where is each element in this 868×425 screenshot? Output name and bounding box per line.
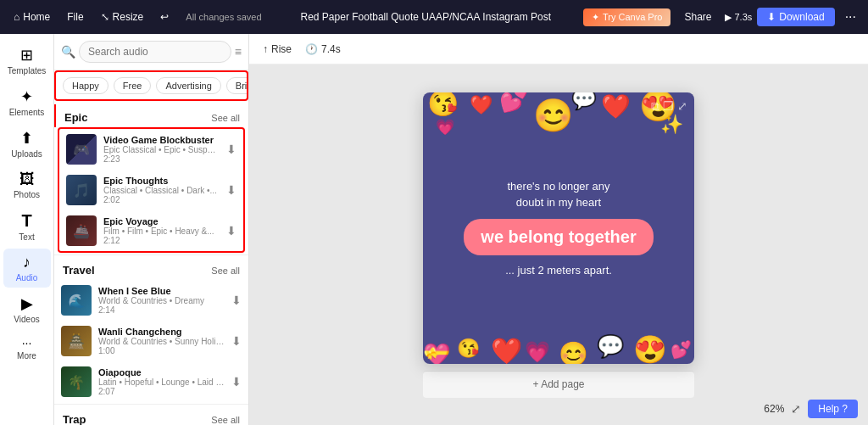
track-name-epic1: Video Game Blockbuster bbox=[103, 135, 220, 145]
sidebar-item-photos[interactable]: 🖼 Photos bbox=[3, 165, 51, 204]
text-icon: T bbox=[21, 211, 31, 231]
trap-section-title: Trap bbox=[63, 413, 86, 425]
download-icon: ⬇ bbox=[767, 11, 776, 23]
track-name-travel3: Oiapoque bbox=[98, 367, 225, 377]
canvas-frame[interactable]: 😘 ❤️ 💕 😊 💬 ❤️ 😍 💗 ✨ 💝 😘 ❤️ bbox=[423, 92, 694, 364]
topbar-right: ✦ Try Canva Pro Share ▶ 7.3s ⬇ Download … bbox=[583, 6, 861, 28]
elements-icon: ✦ bbox=[20, 87, 33, 106]
track-item-epic3[interactable]: 🚢 Epic Voyage Film • Film • Epic • Heavy… bbox=[59, 210, 243, 251]
sidebar-item-videos[interactable]: ▶ Videos bbox=[3, 289, 51, 329]
canvas-content: there's no longer anydoubt in my heart w… bbox=[423, 92, 694, 364]
canvas-pill[interactable]: we belong together bbox=[464, 219, 653, 255]
canvas-text-above: there's no longer anydoubt in my heart bbox=[507, 179, 609, 210]
canvas-pill-text: we belong together bbox=[481, 227, 636, 247]
track-item-epic1[interactable]: 🎮 Video Game Blockbuster Epic Classical … bbox=[59, 129, 243, 170]
track-duration-epic2: 2:02 bbox=[103, 195, 220, 204]
undo-icon: ↩ bbox=[160, 11, 169, 23]
search-input[interactable] bbox=[79, 41, 231, 63]
rise-icon: ↑ bbox=[263, 43, 268, 55]
topbar: ⌂ Home File ⤡ Resize ↩ All changes saved… bbox=[0, 0, 868, 34]
more-icon: ··· bbox=[22, 336, 32, 350]
sidebar-item-more[interactable]: ··· More bbox=[3, 331, 51, 366]
track-add-epic3[interactable]: ⬇ bbox=[226, 224, 236, 238]
try-canva-button[interactable]: ✦ Try Canva Pro bbox=[583, 8, 671, 26]
filter-button[interactable]: ≡ bbox=[235, 45, 242, 59]
share-button[interactable]: Share bbox=[676, 8, 720, 26]
track-info-travel2: Wanli Changcheng World & Countries • Sun… bbox=[98, 327, 225, 355]
track-item-travel3[interactable]: 🌴 Oiapoque Latin • Hopeful • Lounge • La… bbox=[54, 361, 248, 402]
track-duration-epic3: 2:12 bbox=[103, 236, 220, 245]
trap-see-all[interactable]: See all bbox=[211, 415, 240, 425]
copy-icon[interactable]: ⧉ bbox=[651, 99, 659, 114]
help-button[interactable]: Help ? bbox=[808, 400, 858, 418]
canvas-toolbar: ↑ Rise 🕐 7.4s bbox=[249, 34, 868, 64]
track-add-travel2[interactable]: ⬇ bbox=[231, 334, 242, 348]
play-icon: ▶ bbox=[725, 12, 732, 23]
tag-free[interactable]: Free bbox=[114, 77, 152, 94]
canvas-area: ↑ Rise 🕐 7.4s 😘 ❤️ 💕 😊 💬 bbox=[249, 34, 868, 425]
track-add-travel3[interactable]: ⬇ bbox=[231, 375, 242, 389]
canvas-scroll-area[interactable]: 😘 ❤️ 💕 😊 💬 ❤️ 😍 💗 ✨ 💝 😘 ❤️ bbox=[249, 64, 868, 425]
templates-icon: ⊞ bbox=[20, 46, 33, 64]
document-title: Red Paper Football Quote UAAP/NCAA Insta… bbox=[301, 11, 551, 23]
sidebar-item-text[interactable]: T Text bbox=[3, 206, 51, 247]
track-duration-travel1: 2:14 bbox=[98, 305, 225, 315]
audio-icon: ♪ bbox=[23, 254, 31, 271]
track-item-epic2[interactable]: 🎵 Epic Thoughts Classical • Classical • … bbox=[59, 170, 243, 210]
track-tags-epic3: Film • Film • Epic • Heavy &... bbox=[103, 226, 220, 236]
tag-bright[interactable]: Bright bbox=[226, 77, 248, 94]
track-duration-epic1: 2:23 bbox=[103, 154, 220, 164]
play-time-badge: ▶ 7.3s bbox=[725, 12, 752, 23]
duplicate-icon[interactable]: ❐ bbox=[663, 99, 674, 114]
track-info-epic3: Epic Voyage Film • Film • Epic • Heavy &… bbox=[103, 216, 220, 245]
track-info-travel1: When I See Blue World & Countries • Drea… bbox=[98, 286, 225, 315]
search-bar: 🔍 ≡ bbox=[54, 34, 248, 70]
track-name-travel1: When I See Blue bbox=[98, 286, 225, 296]
epic-see-all[interactable]: See all bbox=[211, 113, 240, 123]
track-tags-travel2: World & Countries • Sunny Holida... bbox=[98, 337, 225, 346]
travel-section-title: Travel bbox=[63, 264, 95, 277]
expand-icon[interactable]: ⤢ bbox=[677, 99, 687, 114]
download-button[interactable]: ⬇ Download bbox=[757, 8, 834, 26]
track-thumbnail-epic2: 🎵 bbox=[66, 175, 97, 205]
track-add-epic1[interactable]: ⬇ bbox=[226, 143, 236, 156]
rise-animation-button[interactable]: ↑ Rise bbox=[263, 43, 292, 55]
tag-advertising[interactable]: Advertising bbox=[156, 77, 220, 94]
filter-tags-bar: Happy Free Advertising Bright › bbox=[54, 70, 248, 101]
track-tags-travel1: World & Countries • Dreamy bbox=[98, 296, 225, 305]
track-add-travel1[interactable]: ⬇ bbox=[231, 294, 242, 307]
track-tags-epic2: Classical • Classical • Dark •... bbox=[103, 186, 220, 195]
track-info-epic1: Video Game Blockbuster Epic Classical • … bbox=[103, 135, 220, 164]
track-item-travel2[interactable]: 🏯 Wanli Changcheng World & Countries • S… bbox=[54, 321, 248, 361]
resize-button[interactable]: ⤡ Resize bbox=[94, 8, 151, 26]
sidebar-item-templates[interactable]: ⊞ Templates bbox=[3, 41, 51, 81]
clock-icon: 🕐 bbox=[305, 43, 318, 55]
uploads-icon: ⬆ bbox=[20, 129, 33, 148]
undo-button[interactable]: ↩ bbox=[153, 8, 175, 26]
add-page-label: + Add page bbox=[532, 378, 584, 390]
add-page-bar[interactable]: + Add page bbox=[423, 371, 694, 398]
bottom-bar: 62% ⤢ Help ? bbox=[764, 400, 858, 418]
audio-panel: 🔍 ≡ Happy Free Advertising Bright › Epic… bbox=[54, 34, 249, 425]
sidebar-item-audio[interactable]: ♪ Audio bbox=[3, 249, 51, 288]
track-add-epic2[interactable]: ⬇ bbox=[226, 183, 236, 197]
sidebar-item-uploads[interactable]: ⬆ Uploads bbox=[3, 124, 51, 164]
videos-icon: ▶ bbox=[21, 294, 33, 313]
track-duration-travel3: 2:07 bbox=[98, 387, 225, 396]
travel-see-all[interactable]: See all bbox=[211, 266, 240, 276]
canvas-time: 🕐 7.4s bbox=[305, 43, 341, 55]
zoom-expand-button[interactable]: ⤢ bbox=[791, 402, 801, 416]
sidebar-item-elements[interactable]: ✦ Elements bbox=[3, 82, 51, 122]
track-name-travel2: Wanli Changcheng bbox=[98, 327, 225, 337]
track-thumbnail-travel2: 🏯 bbox=[61, 326, 92, 356]
tag-happy[interactable]: Happy bbox=[63, 77, 108, 94]
main-layout: ⊞ Templates ✦ Elements ⬆ Uploads 🖼 Photo… bbox=[0, 34, 868, 425]
more-options-button[interactable]: ··· bbox=[840, 6, 861, 28]
home-button[interactable]: ⌂ Home bbox=[7, 8, 57, 26]
track-name-epic3: Epic Voyage bbox=[103, 216, 220, 226]
epic-section-title: Epic bbox=[64, 111, 87, 124]
track-duration-travel2: 1:00 bbox=[98, 346, 225, 355]
track-item-travel1[interactable]: 🌊 When I See Blue World & Countries • Dr… bbox=[54, 280, 248, 321]
file-button[interactable]: File bbox=[60, 8, 90, 26]
star-icon: ✦ bbox=[592, 12, 599, 23]
